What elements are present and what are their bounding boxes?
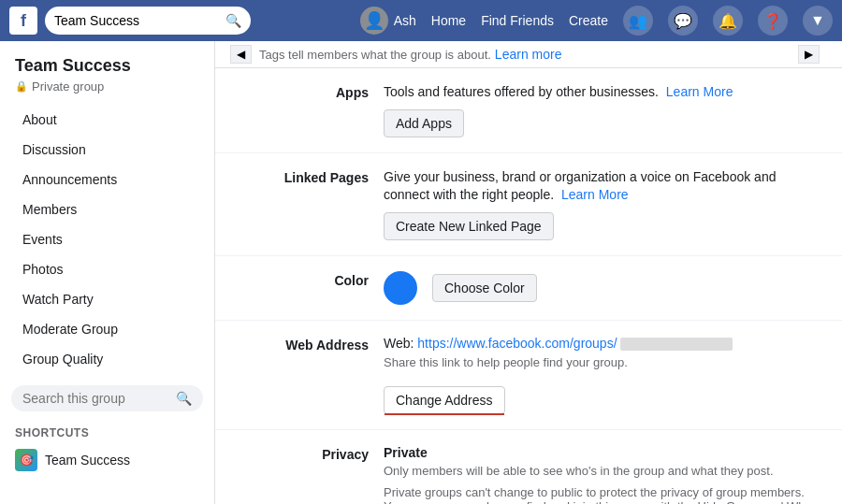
color-label: Color: [238, 271, 369, 288]
shortcuts-label: Shortcuts: [0, 419, 214, 443]
privacy-label: Privacy: [238, 445, 369, 462]
linked-pages-label: Linked Pages: [238, 168, 369, 185]
search-bar[interactable]: 🔍: [45, 7, 251, 35]
menu-down-icon[interactable]: ▼: [803, 6, 833, 36]
choose-color-button[interactable]: Choose Color: [432, 274, 537, 302]
scroll-hint-row: ◀ Tags tell members what the group is ab…: [215, 41, 842, 68]
sidebar-item-watch-party[interactable]: Watch Party: [7, 284, 207, 314]
web-address-url[interactable]: https://www.facebook.com/groups/: [417, 336, 617, 351]
change-address-button[interactable]: Change Address: [384, 386, 505, 414]
privacy-label: Private group: [32, 79, 104, 94]
nav-find-friends[interactable]: Find Friends: [481, 13, 554, 28]
facebook-logo: f: [9, 7, 37, 35]
web-address-display: Web: https://www.facebook.com/groups/: [384, 336, 820, 351]
main-content: ◀ Tags tell members what the group is ab…: [215, 41, 842, 504]
sidebar-item-photos[interactable]: Photos: [7, 254, 207, 284]
sidebar-search[interactable]: 🔍: [11, 385, 203, 411]
nav-create[interactable]: Create: [569, 13, 608, 28]
nav-home[interactable]: Home: [431, 13, 466, 28]
sidebar-item-group-quality[interactable]: Group Quality: [7, 344, 207, 374]
web-prefix: Web:: [384, 336, 414, 351]
top-navigation: f 🔍 👤 Ash Home Find Friends Create 👥 💬 🔔…: [0, 0, 842, 41]
apps-row: Apps Tools and features offered by other…: [215, 68, 842, 153]
sidebar: Team Success 🔒 Private group About Discu…: [0, 41, 215, 504]
avatar: 👤: [360, 7, 388, 35]
shortcut-icon: 🎯: [15, 449, 37, 471]
privacy-title: Private: [384, 445, 820, 460]
sidebar-item-announcements[interactable]: Announcements: [7, 165, 207, 194]
apps-label: Apps: [238, 83, 369, 100]
create-linked-page-button[interactable]: Create New Linked Page: [384, 212, 554, 240]
web-address-content: Web: https://www.facebook.com/groups/ Sh…: [384, 336, 820, 414]
color-row: Color Choose Color: [215, 256, 842, 321]
privacy-row: Privacy Private Only members will be abl…: [215, 430, 842, 504]
sidebar-search-icon: 🔍: [176, 391, 192, 406]
nav-user[interactable]: 👤 Ash: [360, 7, 416, 35]
web-address-share-text: Share this link to help people find your…: [384, 354, 820, 371]
apps-content: Tools and features offered by other busi…: [384, 83, 820, 137]
messenger-icon[interactable]: 💬: [668, 6, 698, 36]
linked-pages-learn-more[interactable]: Learn More: [561, 187, 629, 202]
linked-pages-description: Give your business, brand or organizatio…: [384, 168, 820, 205]
linked-pages-row: Linked Pages Give your business, brand o…: [215, 153, 842, 256]
color-circle[interactable]: [384, 271, 417, 305]
scroll-right-button[interactable]: ▶: [798, 45, 820, 64]
tags-hint-text: Tags tell members what the group is abou…: [259, 48, 491, 62]
scroll-left-button[interactable]: ◀: [230, 45, 252, 64]
privacy-description: Only members will be able to see who's i…: [384, 464, 820, 478]
search-icon: 🔍: [225, 13, 241, 28]
tags-learn-more-link[interactable]: Learn more: [495, 47, 562, 62]
help-icon[interactable]: ❓: [758, 6, 788, 36]
user-name[interactable]: Ash: [394, 13, 416, 28]
lock-icon: 🔒: [15, 80, 28, 93]
people-icon[interactable]: 👥: [623, 6, 653, 36]
sidebar-search-input[interactable]: [22, 391, 176, 406]
privacy-note: Private groups can't change to public to…: [384, 485, 820, 504]
notifications-icon[interactable]: 🔔: [713, 6, 743, 36]
search-input[interactable]: [54, 13, 225, 28]
sidebar-nav: About Discussion Announcements Members E…: [0, 105, 214, 374]
shortcut-label: Team Success: [45, 453, 130, 468]
color-selector: Choose Color: [384, 271, 820, 305]
sidebar-item-moderate-group[interactable]: Moderate Group: [7, 314, 207, 344]
linked-pages-content: Give your business, brand or organizatio…: [384, 168, 820, 240]
apps-learn-more-link[interactable]: Learn More: [666, 84, 733, 99]
sidebar-item-discussion[interactable]: Discussion: [7, 135, 207, 165]
sidebar-item-about[interactable]: About: [7, 105, 207, 135]
privacy-content: Private Only members will be able to see…: [384, 445, 820, 504]
web-address-blurred: [620, 338, 733, 351]
settings-container: ◀ Tags tell members what the group is ab…: [215, 41, 842, 504]
group-title: Team Success: [0, 56, 214, 79]
web-address-label: Web Address: [238, 336, 369, 353]
sidebar-item-members[interactable]: Members: [7, 194, 207, 224]
web-address-row: Web Address Web: https://www.facebook.co…: [215, 321, 842, 430]
page-wrapper: Team Success 🔒 Private group About Discu…: [0, 41, 842, 504]
color-content: Choose Color: [384, 271, 820, 305]
shortcut-team-success[interactable]: 🎯 Team Success: [0, 443, 214, 477]
sidebar-item-events[interactable]: Events: [7, 224, 207, 254]
apps-description: Tools and features offered by other busi…: [384, 83, 820, 102]
group-subtitle: 🔒 Private group: [0, 79, 214, 105]
nav-links: 👤 Ash Home Find Friends Create 👥 💬 🔔 ❓ ▼: [360, 6, 833, 36]
add-apps-button[interactable]: Add Apps: [384, 109, 464, 137]
